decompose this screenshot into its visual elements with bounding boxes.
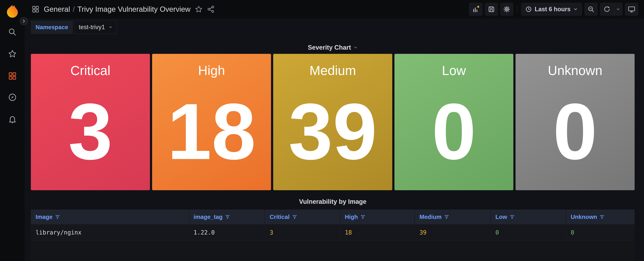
column-header-high[interactable]: High — [340, 210, 415, 224]
time-range-picker[interactable]: Last 6 hours — [521, 3, 582, 16]
panel-title-text: Severity Chart — [308, 44, 351, 51]
stat-value: 18 — [152, 54, 271, 190]
cell-medium: 39 — [415, 224, 491, 240]
stat-panel-unknown: Unknown 0 — [516, 54, 634, 190]
grafana-logo-icon[interactable] — [5, 3, 20, 18]
navbar-divider — [517, 5, 518, 13]
column-header-label: Medium — [420, 214, 442, 220]
funnel-icon[interactable] — [292, 214, 297, 219]
funnel-icon[interactable] — [444, 214, 449, 219]
severity-panel-title[interactable]: Severity Chart — [31, 42, 634, 53]
column-header-medium[interactable]: Medium — [415, 210, 491, 224]
stat-panel-medium: Medium 39 — [273, 54, 392, 190]
stat-value: 39 — [273, 54, 392, 190]
sidebar — [0, 0, 25, 261]
refresh-interval-dropdown[interactable] — [614, 3, 622, 16]
breadcrumb: General / Trivy Image Vulnerability Over… — [44, 5, 190, 14]
column-header-critical[interactable]: Critical — [265, 210, 340, 224]
cell-critical: 3 — [265, 224, 340, 240]
refresh-button[interactable] — [600, 3, 614, 16]
gear-icon — [503, 6, 510, 13]
variable-selected-value: test-trivy1 — [79, 24, 105, 31]
star-dashboard-button[interactable] — [195, 5, 202, 13]
stat-value: 0 — [394, 54, 514, 190]
column-header-image[interactable]: Image — [31, 210, 189, 224]
column-header-label: Image — [36, 214, 52, 220]
table-header-row: Image image_tag Critical High Medium Low… — [31, 210, 634, 224]
chevron-down-icon — [108, 25, 113, 29]
funnel-icon[interactable] — [600, 214, 604, 219]
cell-low: 0 — [491, 224, 566, 240]
column-header-label: High — [345, 214, 358, 220]
refresh-control — [600, 3, 622, 16]
chevron-down-icon — [616, 7, 620, 12]
search-icon — [8, 28, 17, 36]
bell-icon — [8, 115, 17, 124]
breadcrumb-separator: / — [70, 5, 78, 14]
cell-unknown: 0 — [566, 224, 634, 240]
panel-title-text: Vulnerability by Image — [299, 198, 366, 205]
top-navbar: General / Trivy Image Vulnerability Over… — [25, 0, 644, 18]
cell-image: library/nginx — [31, 224, 189, 240]
monitor-icon — [628, 5, 636, 13]
stat-panel-low: Low 0 — [394, 54, 514, 190]
chevron-down-icon — [573, 7, 578, 12]
vulnerability-table: Image image_tag Critical High Medium Low… — [31, 210, 634, 261]
sidebar-item-alerting[interactable] — [8, 114, 17, 124]
column-header-label: Critical — [270, 214, 290, 220]
cycle-view-mode-button[interactable] — [625, 3, 638, 16]
funnel-icon[interactable] — [225, 214, 230, 219]
variable-value-dropdown[interactable]: test-trivy1 — [75, 20, 117, 34]
time-range-label: Last 6 hours — [535, 6, 570, 13]
column-header-low[interactable]: Low — [491, 210, 566, 224]
stat-value: 3 — [31, 54, 150, 190]
chevron-right-icon — [22, 19, 26, 23]
share-dashboard-button[interactable] — [207, 5, 215, 13]
cell-image-tag: 1.22.0 — [189, 224, 265, 240]
dashboard-variables-row: Namespace test-trivy1 — [25, 18, 644, 36]
cell-high: 18 — [340, 224, 415, 240]
column-header-label: Low — [496, 214, 507, 220]
star-icon — [8, 50, 17, 58]
chevron-down-icon — [353, 45, 358, 50]
bar-chart-plus-icon — [472, 5, 480, 13]
breadcrumb-section[interactable]: General — [44, 5, 70, 14]
column-header-unknown[interactable]: Unknown — [566, 210, 634, 224]
stat-panel-critical: Critical 3 — [31, 54, 150, 190]
sidebar-expand-button[interactable] — [20, 17, 28, 25]
table-row: library/nginx 1.22.0 3 18 39 0 0 — [31, 224, 634, 241]
grid-icon — [32, 5, 40, 13]
navbar-actions: Last 6 hours — [469, 3, 638, 16]
table-panel-title[interactable]: Vulnerability by Image — [31, 196, 634, 208]
sidebar-item-search[interactable] — [8, 27, 17, 37]
sidebar-item-dashboards[interactable] — [8, 71, 17, 81]
stat-value: 0 — [516, 54, 634, 190]
refresh-icon — [604, 6, 610, 13]
zoom-out-icon — [587, 6, 595, 13]
severity-stats-row: Critical 3 High 18 Medium 39 Low 0 Unkno… — [31, 54, 634, 190]
zoom-out-time-button[interactable] — [584, 3, 598, 16]
save-dashboard-button[interactable] — [485, 3, 498, 16]
save-icon — [488, 6, 495, 13]
dashboards-grid-icon — [8, 72, 17, 80]
column-header-image-tag[interactable]: image_tag — [189, 210, 265, 224]
compass-icon — [8, 93, 17, 102]
funnel-icon[interactable] — [360, 214, 365, 219]
sidebar-item-starred[interactable] — [8, 49, 17, 59]
column-header-label: image_tag — [194, 214, 222, 220]
page-title: Trivy Image Vulnerability Overview — [78, 5, 190, 14]
funnel-icon[interactable] — [510, 214, 514, 219]
sidebar-item-explore[interactable] — [8, 92, 17, 102]
funnel-icon[interactable] — [55, 214, 60, 219]
dashboard-settings-button[interactable] — [500, 3, 513, 16]
column-header-label: Unknown — [571, 214, 597, 220]
add-panel-button[interactable] — [469, 3, 482, 16]
stat-panel-high: High 18 — [152, 54, 271, 190]
variable-label: Namespace — [31, 20, 73, 34]
clock-icon — [525, 6, 532, 12]
